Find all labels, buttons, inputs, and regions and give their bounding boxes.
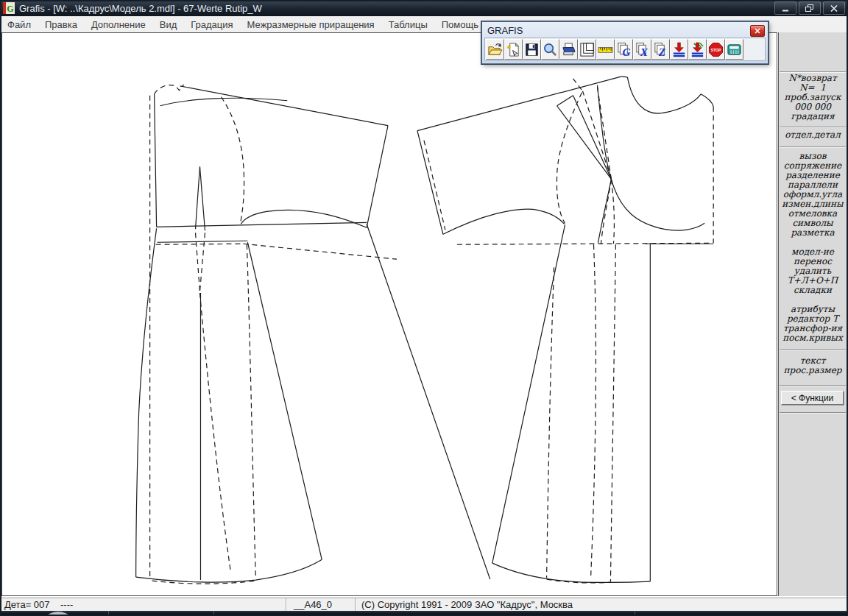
grafis-toolbar-buttons: GXZSTOP — [484, 38, 766, 61]
menu-item-таблицы[interactable]: Таблицы — [389, 19, 428, 30]
stop-icon: STOP — [708, 42, 724, 57]
menu-item-межразмерные-приращения[interactable]: Межразмерные приращения — [247, 19, 375, 30]
pattern-line-solid — [573, 96, 612, 180]
status-bar: Дета= 007 ---- __A46_0 (C) Copyright 199… — [0, 598, 848, 611]
pattern-line-solid — [621, 77, 627, 77]
pattern-line-solid — [557, 106, 612, 180]
svg-text:Z: Z — [658, 46, 665, 57]
pattern-line-dashed — [199, 293, 230, 572]
pattern-line-dashed — [247, 244, 255, 578]
window-title: Grafis - [W: ..\Кадрус\Модель 2.mdl] - 6… — [19, 3, 262, 14]
copy-z-icon: Z — [653, 42, 668, 57]
pattern-line-dashed — [155, 85, 184, 94]
pattern-line-dashed — [424, 141, 445, 230]
print-icon — [561, 42, 576, 57]
menu-item-дополнение[interactable]: Дополнение — [91, 19, 146, 30]
menu-item-помощь[interactable]: Помощь — [442, 19, 478, 30]
sidebar-item[interactable]: градация — [779, 112, 847, 121]
menu-item-градация[interactable]: Градация — [191, 19, 233, 30]
sidebar-group: N*возвратN= 1проб.запуск000 000градация — [779, 74, 847, 121]
grafis-toolbar-window[interactable]: GRAFIS GXZSTOP — [481, 21, 768, 64]
save-icon — [524, 42, 540, 57]
title-bar: G Grafis - [W: ..\Кадрус\Модель 2.mdl] -… — [0, 0, 848, 16]
pattern-drawing — [2, 33, 777, 595]
pattern-line-dashed — [611, 179, 614, 244]
svg-text:G: G — [623, 46, 631, 57]
pattern-line-dashed — [610, 244, 615, 581]
pattern-line-dashed — [547, 267, 554, 578]
toolbar-button-save[interactable] — [523, 39, 541, 60]
close-icon — [755, 28, 760, 34]
zoom-icon — [543, 42, 558, 57]
start-button[interactable] — [39, 612, 77, 616]
pattern-line-dashed — [597, 87, 611, 180]
pattern-line-solid — [417, 131, 443, 235]
pattern-line-solid — [247, 242, 322, 559]
svg-text:G: G — [7, 4, 13, 14]
toolbar-button-print[interactable] — [559, 39, 578, 60]
calculator-icon — [727, 42, 742, 57]
restore-icon — [805, 4, 814, 13]
sidebar-separator — [780, 127, 846, 128]
sidebar-item[interactable]: прос.размер — [779, 366, 847, 375]
toolbar-button-page-layout[interactable] — [578, 39, 596, 60]
close-icon — [830, 5, 838, 12]
taskbar-divider — [635, 611, 635, 616]
status-copyright: (C) Copyright 1991 - 2009 ЗАО "Кадрус", … — [356, 598, 848, 611]
sidebar-separator — [780, 385, 846, 386]
toolbar-button-zoom[interactable] — [541, 39, 559, 60]
pattern-line-solid — [701, 94, 713, 107]
toolbar-button-copy-g[interactable]: G — [615, 39, 633, 60]
measure-icon — [598, 42, 613, 57]
pattern-line-solid — [136, 559, 322, 582]
toolbar-button-new-model[interactable] — [504, 39, 523, 60]
toolbar-button-open-file[interactable] — [486, 39, 504, 60]
drawing-canvas[interactable] — [1, 32, 777, 596]
toolbar-button-calculator[interactable] — [725, 39, 743, 60]
close-button[interactable] — [823, 1, 845, 15]
grafis-toolbar-titlebar[interactable]: GRAFIS — [484, 24, 766, 38]
toolbar-button-measure[interactable] — [596, 39, 615, 60]
toolbar-button-import-green[interactable] — [688, 39, 707, 60]
sidebar-item[interactable]: отдел.детал — [779, 130, 847, 140]
minimize-button[interactable] — [774, 1, 796, 15]
status-detail: Дета= 007 ---- — [0, 598, 286, 611]
copy-g-icon: G — [616, 42, 632, 57]
sidebar-group: вызовсопряжениеразделениепараллелиоформл… — [779, 152, 847, 343]
grafis-toolbar-title: GRAFIS — [484, 25, 750, 36]
pattern-line-solid — [367, 224, 490, 579]
sidebar-separator — [780, 349, 846, 350]
pattern-line-solid — [158, 241, 248, 242]
pattern-line-solid — [199, 167, 205, 231]
open-file-icon — [487, 42, 503, 57]
page-layout-icon — [579, 42, 595, 57]
taskbar — [0, 611, 848, 616]
pattern-line-dashed — [556, 93, 582, 224]
pattern-line-solid — [367, 126, 388, 228]
svg-text:X: X — [640, 46, 649, 57]
pattern-line-solid — [417, 77, 621, 131]
new-model-icon — [506, 42, 521, 57]
pattern-line-solid — [160, 98, 288, 105]
status-code: __A46_0 — [286, 598, 356, 611]
pattern-line-dashed — [156, 244, 244, 244]
toolbar-button-copy-x[interactable]: X — [633, 39, 651, 60]
sidebar-group: отдел.детал — [779, 130, 847, 140]
pattern-line-dashed — [583, 91, 612, 180]
functions-button[interactable]: < Функции — [781, 391, 844, 405]
menu-item-правка[interactable]: Правка — [45, 19, 77, 30]
toolbar-button-import-red[interactable] — [670, 39, 688, 60]
menu-item-файл[interactable]: Файл — [7, 19, 31, 30]
toolbar-close-button[interactable] — [750, 25, 765, 37]
menu-item-вид[interactable]: Вид — [160, 19, 177, 30]
pattern-line-solid — [492, 224, 565, 563]
pattern-line-solid — [627, 77, 701, 113]
pattern-line-dashed — [221, 97, 244, 224]
pattern-line-solid — [136, 228, 157, 577]
restore-button[interactable] — [799, 1, 821, 15]
import-red-icon — [671, 42, 687, 57]
sidebar-group: текстпрос.размер — [779, 356, 847, 375]
sidebar-item[interactable]: посм.кривых — [779, 333, 847, 343]
toolbar-button-copy-z[interactable]: Z — [651, 39, 670, 60]
toolbar-button-stop[interactable]: STOP — [707, 39, 725, 60]
